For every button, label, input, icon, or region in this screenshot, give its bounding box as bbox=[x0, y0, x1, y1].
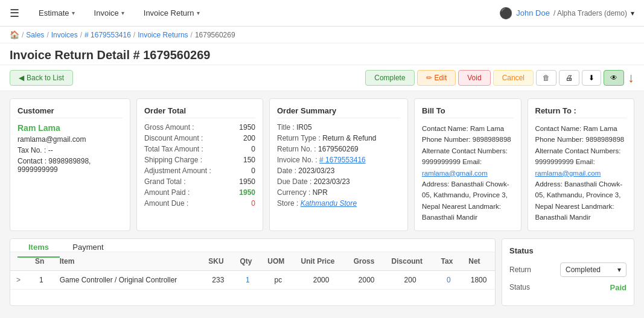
th-gross: Gross bbox=[348, 252, 386, 271]
toolbar-right: Complete ✏ Edit Void Cancel 🗑 🖨 ⬇ 👁 ↓ bbox=[365, 70, 634, 86]
user-section[interactable]: ⚫ John Doe / Alpha Traders (demo) ▾ bbox=[499, 7, 634, 20]
customer-email: ramlama@gmail.com bbox=[18, 135, 123, 144]
page-header: Invoice Return Detail # 1679560269 bbox=[0, 43, 644, 65]
th-unit-price: Unit Price bbox=[295, 252, 347, 271]
return-status-select[interactable]: Completed ▾ bbox=[560, 262, 626, 277]
content-area: Customer Ram Lama ramlama@gmail.com Tax … bbox=[0, 91, 644, 313]
print-button[interactable]: 🖨 bbox=[559, 70, 579, 86]
shipping-value: 150 bbox=[243, 156, 255, 164]
status-select-arrow: ▾ bbox=[617, 266, 621, 274]
row-net: 1800 bbox=[462, 270, 495, 289]
top-navigation: ☰ Estimate ▾ Invoice ▾ Invoice Return ▾ … bbox=[0, 0, 644, 27]
th-uom: UOM bbox=[261, 252, 295, 271]
user-dropdown-arrow: ▾ bbox=[631, 9, 634, 17]
breadcrumb-invoice-id[interactable]: # 1679553416 bbox=[84, 31, 131, 39]
nav-invoice-arrow: ▾ bbox=[121, 10, 124, 16]
store-link[interactable]: Kathmandu Store bbox=[301, 199, 357, 208]
edit-button[interactable]: ✏ Edit bbox=[417, 70, 456, 86]
row-discount: 200 bbox=[386, 270, 435, 289]
due-label: Amount Due : bbox=[144, 199, 188, 208]
tab-payment[interactable]: Payment bbox=[62, 238, 114, 258]
return-status-label: Return bbox=[509, 266, 531, 274]
bottom-section: Items Payment Sn Item SKU Qty UOM Unit P… bbox=[10, 238, 634, 306]
paid-label: Amount Paid : bbox=[144, 188, 190, 197]
back-button[interactable]: ◀ Back to List bbox=[10, 70, 73, 86]
order-row-adjustment: Adjustment Amount : 0 bbox=[144, 167, 255, 175]
row-sku: 233 bbox=[202, 270, 234, 289]
order-summary-heading: Order Summary bbox=[277, 106, 400, 118]
bill-to-text: Contact Name: Ram Lama Phone Number: 989… bbox=[422, 123, 514, 223]
view-button[interactable]: 👁 bbox=[604, 70, 624, 86]
back-button-label: Back to List bbox=[27, 74, 64, 82]
nav-invoice[interactable]: Invoice ▾ bbox=[87, 5, 132, 21]
invoice-no-link[interactable]: # 1679553416 bbox=[319, 156, 366, 164]
eye-icon: 👁 bbox=[610, 74, 617, 82]
return-to-heading: Return To : bbox=[535, 106, 627, 118]
adjustment-value: 0 bbox=[251, 167, 255, 175]
nav-invoice-return-arrow: ▾ bbox=[197, 10, 200, 16]
row-gross: 2000 bbox=[348, 270, 386, 289]
summary-return-no: Return No. : 1679560269 bbox=[277, 145, 400, 153]
shipping-label: Shipping Charge : bbox=[144, 156, 202, 164]
order-row-gross: Gross Amount : 1950 bbox=[144, 123, 255, 132]
bill-to-heading: Bill To bbox=[422, 106, 514, 118]
void-button-label: Void bbox=[467, 74, 481, 82]
summary-date: Date : 2023/03/23 bbox=[277, 167, 400, 175]
home-icon[interactable]: 🏠 bbox=[10, 30, 19, 39]
order-total-card: Order Total Gross Amount : 1950 Discount… bbox=[136, 98, 263, 231]
breadcrumb-invoices[interactable]: Invoices bbox=[51, 31, 78, 39]
items-panel: Items Payment Sn Item SKU Qty UOM Unit P… bbox=[10, 238, 496, 306]
order-row-shipping: Shipping Charge : 150 bbox=[144, 156, 255, 164]
cancel-button[interactable]: Cancel bbox=[493, 70, 534, 86]
tab-items[interactable]: Items bbox=[18, 238, 60, 258]
arrow-indicator: ↓ bbox=[628, 70, 634, 86]
return-to-email[interactable]: ramlama@gmail.com bbox=[535, 170, 601, 177]
status-return-row: Return Completed ▾ bbox=[509, 262, 626, 277]
row-unit-price: 2000 bbox=[295, 270, 347, 289]
summary-invoice-no: Invoice No. : # 1679553416 bbox=[277, 156, 400, 164]
user-name: John Doe bbox=[516, 8, 550, 17]
row-tax: 0 bbox=[435, 270, 463, 289]
complete-button[interactable]: Complete bbox=[365, 70, 414, 86]
void-button[interactable]: Void bbox=[458, 70, 490, 86]
row-sn: 1 bbox=[29, 270, 54, 289]
page-title: Invoice Return Detail # 1679560269 bbox=[10, 48, 634, 62]
breadcrumb-returns[interactable]: Invoice Returns bbox=[138, 31, 188, 39]
breadcrumb-sales[interactable]: Sales bbox=[26, 31, 44, 39]
hamburger-menu[interactable]: ☰ bbox=[10, 7, 19, 20]
summary-return-type: Return Type : Return & Refund bbox=[277, 134, 400, 142]
customer-heading: Customer bbox=[18, 106, 123, 118]
delete-button[interactable]: 🗑 bbox=[536, 70, 556, 86]
due-value: 0 bbox=[251, 199, 255, 208]
row-item: Game Controller / Original Controller bbox=[54, 270, 203, 289]
sep2: / bbox=[46, 31, 48, 39]
tax-label: Total Tax Amount : bbox=[144, 145, 203, 153]
paid-status-value: Paid bbox=[610, 283, 626, 292]
row-expand[interactable]: > bbox=[10, 270, 29, 289]
company-name: / Alpha Traders (demo) bbox=[553, 9, 627, 17]
customer-name: Ram Lama bbox=[18, 123, 123, 133]
adjustment-label: Adjustment Amount : bbox=[144, 167, 211, 175]
bill-to-email[interactable]: ramlama@gmail.com bbox=[422, 170, 488, 177]
order-total-heading: Order Total bbox=[144, 106, 255, 118]
github-icon: ⚫ bbox=[499, 7, 512, 20]
breadcrumb: 🏠 / Sales / Invoices / # 1679553416 / In… bbox=[0, 27, 644, 43]
discount-value: 200 bbox=[243, 134, 255, 142]
customer-contact: Contact : 9898989898, 9999999999 bbox=[18, 157, 123, 174]
items-table: Sn Item SKU Qty UOM Unit Price Gross Dis… bbox=[10, 252, 495, 290]
nav-items: Estimate ▾ Invoice ▾ Invoice Return ▾ bbox=[31, 5, 499, 21]
order-row-paid: Amount Paid : 1950 bbox=[144, 188, 255, 197]
summary-store: Store : Kathmandu Store bbox=[277, 199, 400, 208]
complete-button-label: Complete bbox=[374, 74, 405, 82]
th-net: Net bbox=[462, 252, 495, 271]
discount-label: Discount Amount : bbox=[144, 134, 203, 142]
status-heading: Status bbox=[509, 246, 626, 255]
customer-card: Customer Ram Lama ramlama@gmail.com Tax … bbox=[10, 98, 130, 231]
nav-estimate[interactable]: Estimate ▾ bbox=[31, 5, 82, 21]
download-button[interactable]: ⬇ bbox=[582, 70, 601, 86]
edit-button-label: Edit bbox=[435, 74, 447, 82]
sep3: / bbox=[80, 31, 82, 39]
nav-invoice-return[interactable]: Invoice Return ▾ bbox=[136, 5, 207, 21]
order-row-due: Amount Due : 0 bbox=[144, 199, 255, 208]
return-to-text: Contact Name: Ram Lama Phone Number: 989… bbox=[535, 123, 627, 223]
